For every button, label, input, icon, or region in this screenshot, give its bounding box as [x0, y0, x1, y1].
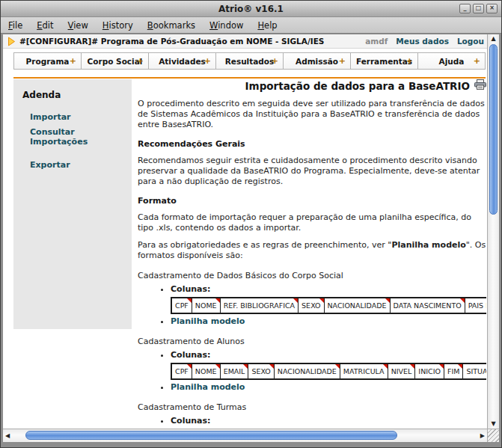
menu-view[interactable]: View: [68, 20, 88, 31]
tab-label: Programa: [26, 57, 70, 66]
menu-history[interactable]: History: [102, 20, 133, 31]
logout-link[interactable]: Logou: [457, 37, 484, 46]
breadcrumb-bar: #[CONFIGURAR]# Programa de Pós-Graduação…: [3, 34, 487, 49]
colunas-label: Colunas:: [171, 416, 210, 426]
vertical-scrollbar-thumb[interactable]: [489, 44, 498, 215]
section-title: Cadastramento de Alunos: [138, 337, 486, 346]
section-alunos: Cadastramento de Alunos Colunas: CPF NOM…: [138, 337, 486, 393]
sidebar-title: Adenda: [22, 90, 132, 100]
window-title: Atrio® v16.1: [218, 4, 284, 14]
tab-programa[interactable]: Programa +: [13, 52, 82, 70]
column-header-cell: SEXO: [248, 363, 274, 379]
menu-edit[interactable]: Edit: [37, 20, 53, 31]
sidebar-item-consultar-importacoes[interactable]: Consultar Importações: [30, 127, 132, 147]
note-pre: Para as obrigatoriedades e as regras de …: [138, 240, 391, 250]
column-header-cell: NOME: [192, 363, 220, 379]
column-header-cell: NACIONALIDADE: [324, 298, 390, 313]
colunas-item: Colunas:: [171, 350, 486, 360]
colunas-item: Colunas:: [171, 416, 486, 426]
tab-admissao[interactable]: Admissão +: [283, 52, 351, 70]
printer-icon[interactable]: [474, 79, 486, 92]
column-header-cell: PAIS NASCIMENTO: [465, 298, 486, 313]
column-header-cell: NACIONALIDADE: [274, 363, 340, 379]
column-header-cell: MATRICULA: [340, 363, 388, 379]
scroll-down-icon[interactable]: ▼: [488, 420, 499, 427]
horizontal-scrollbar[interactable]: ◀ ▶: [3, 429, 487, 442]
sidebar-item-importar[interactable]: Importar: [30, 112, 132, 122]
format-title: Formato: [138, 196, 486, 206]
column-header-cell: EMAIL: [220, 363, 248, 379]
planilha-modelo-item: Planilha modelo: [171, 316, 486, 327]
column-header-cell: DATA NASCIMENTO: [390, 298, 465, 313]
plus-icon: +: [406, 56, 413, 66]
format-paragraph: Cada formato de importação requer a prep…: [138, 212, 486, 233]
note-planilha-modelo: Planilha modelo: [391, 240, 465, 250]
columns-table-wrapper: CPF NOME REF. BIBLIOGRAFICA SEXO NACIONA…: [171, 297, 486, 314]
username-label: amdf: [365, 37, 388, 46]
user-links: amdf Meus dados Logou: [365, 37, 484, 46]
tab-resultados[interactable]: Resultados +: [215, 52, 284, 70]
section-title: Cadastramento de Dados Básicos do Corpo …: [138, 271, 486, 280]
column-header-cell: NIVEL: [388, 363, 415, 379]
tab-ajuda[interactable]: Ajuda +: [417, 52, 486, 70]
menu-bookmarks[interactable]: Bookmarks: [147, 20, 195, 31]
tab-ferramentas[interactable]: Ferramentas +: [350, 52, 418, 70]
plus-icon: +: [70, 56, 76, 66]
column-header-cell: CPF: [171, 298, 192, 313]
colunas-item: Colunas:: [171, 284, 486, 295]
menu-window[interactable]: Window: [209, 20, 243, 31]
meus-dados-link[interactable]: Meus dados: [396, 37, 449, 46]
breadcrumb-arrow-icon: [7, 37, 16, 46]
page-title: Importação de dados para a BaseATRIO: [245, 80, 470, 92]
plus-icon: +: [204, 56, 211, 66]
column-header-cell: REF. BIBLIOGRAFICA: [220, 298, 298, 313]
scroll-up-icon[interactable]: ▲: [488, 35, 499, 42]
tab-label: Atividades: [159, 57, 206, 66]
column-header-cell: NOME: [192, 298, 220, 313]
column-header-cell: SITUACAO: [463, 363, 486, 379]
breadcrumb: #[CONFIGURAR]# Programa de Pós-Graduação…: [19, 37, 324, 46]
nav-tabs: Programa + Corpo Social + Atividades + R…: [13, 52, 486, 70]
resize-grip[interactable]: [487, 429, 499, 442]
columns-table: CPF NOME REF. BIBLIOGRAFICA SEXO NACIONA…: [171, 297, 486, 314]
main-content: Importação de dados para a BaseATRIO O p…: [138, 78, 486, 429]
window-controls: _ □ ×: [459, 4, 498, 13]
tab-atividades[interactable]: Atividades +: [148, 52, 216, 70]
sidebar: Adenda Importar Consultar Importações Ex…: [13, 79, 132, 329]
colunas-label: Colunas:: [171, 350, 210, 360]
maximize-button[interactable]: □: [473, 4, 484, 13]
sidebar-item-exportar[interactable]: Exportar: [30, 160, 132, 170]
column-header-cell: SEXO: [299, 298, 324, 313]
menu-bar: File Edit View History Bookmarks Window …: [1, 17, 501, 34]
colunas-label: Colunas:: [171, 284, 210, 294]
scroll-left-icon[interactable]: ◀: [5, 432, 10, 439]
recommendations-paragraph: Recomendamos seguir estrita e cuidadosam…: [138, 156, 486, 187]
section-corpo-social: Cadastramento de Dados Básicos do Corpo …: [138, 271, 486, 327]
page-title-row: Importação de dados para a BaseATRIO: [138, 79, 486, 92]
format-note: Para as obrigatoriedades e as regras de …: [138, 240, 486, 261]
column-header-cell: CPF: [171, 363, 192, 379]
app-window: Atrio® v16.1 _ □ × File Edit View Histor…: [0, 0, 502, 448]
tab-label: Corpo Social: [88, 57, 143, 66]
columns-table-wrapper: CPF NOME EMAIL SEXO NACIONALIDADE MATRIC…: [171, 363, 486, 380]
scroll-right-icon[interactable]: ▶: [480, 432, 485, 439]
section-title: Cadastramento de Turmas: [138, 402, 486, 412]
menu-help[interactable]: Help: [257, 20, 277, 31]
menu-file[interactable]: File: [8, 20, 22, 31]
plus-icon: +: [137, 56, 144, 66]
minimize-button[interactable]: _: [459, 4, 471, 13]
intro-paragraph: O procedimento descrito em seguida deve …: [138, 99, 486, 130]
planilha-modelo-link[interactable]: Planilha modelo: [171, 316, 245, 326]
columns-table: CPF NOME EMAIL SEXO NACIONALIDADE MATRIC…: [171, 363, 486, 380]
vertical-scrollbar[interactable]: ▲ ▼: [487, 34, 499, 429]
tab-label: Ajuda: [439, 57, 465, 66]
plus-icon: +: [474, 56, 480, 66]
title-bar[interactable]: Atrio® v16.1 _ □ ×: [1, 1, 501, 17]
column-header-cell: INICIO: [415, 363, 444, 379]
close-button[interactable]: ×: [486, 4, 498, 13]
tab-corpo-social[interactable]: Corpo Social +: [81, 52, 149, 70]
horizontal-scrollbar-thumb[interactable]: [25, 431, 397, 440]
planilha-modelo-link[interactable]: Planilha modelo: [171, 382, 245, 392]
plus-icon: +: [339, 56, 346, 66]
plus-icon: +: [272, 56, 278, 66]
